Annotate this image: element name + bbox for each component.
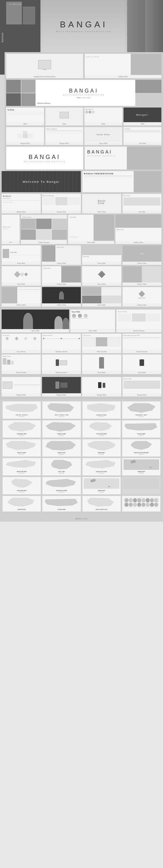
ss1-line-3 <box>7 114 43 115</box>
map-east-coast: EAST COAST USA $XXXXX <box>43 401 81 419</box>
hero-right-image <box>127 0 163 52</box>
era-1-label: Extra Slide <box>10 251 40 253</box>
right-img-bottom <box>135 93 161 106</box>
extra-1-thumb: Extra Slide <box>68 215 114 241</box>
era-2-img <box>42 245 56 261</box>
tl-thumb: Timeline Section <box>42 334 81 350</box>
dev-4-thumb <box>123 354 162 371</box>
dg-8 <box>154 498 158 502</box>
ss2-bottom: Slide <box>45 122 83 125</box>
team-members <box>72 314 114 319</box>
what-we-do-row: What we do ? what we do ? Slide Gallery … <box>2 215 161 244</box>
pr-4-label-b: Gallery Slide <box>123 303 162 307</box>
japan-stat-2: $XXXXX <box>84 491 119 493</box>
welcome-text: Welcome To Bangai <box>23 180 60 183</box>
ss1-bottom: Slide <box>6 122 44 125</box>
diamond-2 <box>20 272 24 277</box>
tm-2 <box>78 314 82 319</box>
mr1-s3: AboutSlide About Slide <box>82 194 121 213</box>
tm-2-name <box>78 318 82 319</box>
ss8-l1 <box>125 130 160 131</box>
map-germany-2: GERMANY MAP $XXXXX <box>3 420 41 438</box>
russia-stat: $XXXXX <box>124 435 159 436</box>
as-thumb: General Easy Creative Slide <box>123 334 162 350</box>
mexico-shape <box>4 440 39 451</box>
map-section-container: UNITED STATES $XXXXX EAST COAST USA $XXX… <box>0 400 163 515</box>
japan-stat: $XXXXX <box>124 472 159 474</box>
ss5-items <box>17 133 33 138</box>
ss8-l2 <box>125 132 160 132</box>
mr1-s2-thumb: Welcome Manager <box>42 194 81 210</box>
si-1 <box>118 313 131 321</box>
dg-14 <box>146 503 150 507</box>
map-russia: RUSSIA MAP $XXXXX <box>122 420 160 438</box>
ss2-thumb <box>45 107 83 122</box>
pr-3-br <box>102 296 121 304</box>
mr1-s2-label: Bangai Slide <box>42 210 81 213</box>
ss5-thumb: Bangai <box>6 127 44 142</box>
dev-1-item1 <box>3 358 6 365</box>
africa-name: AFRICA MAP <box>4 508 39 510</box>
map-row-5: THAILAND MAP $XXXXX VENEZUELA MAP $XXXXX… <box>3 477 160 494</box>
os-icon-4 <box>33 337 37 340</box>
dev-1: Annual Trophy Annual Trophy <box>2 354 41 374</box>
pr-3-tr <box>102 287 121 295</box>
os-thumb: Our Service <box>2 334 41 350</box>
japan2-island-2 <box>108 486 110 487</box>
pr-2-label: Gallery Slide <box>42 303 81 307</box>
pr-1-l2 <box>18 291 40 291</box>
gg-2 <box>36 219 51 229</box>
map-venezuela: VENEZUELA MAP $XXXXX <box>82 458 120 475</box>
east-coast-name-2: EAST COAST USA <box>84 508 119 510</box>
dr-1-thumb <box>2 266 41 282</box>
gallery-2-text: Gallery Slide <box>115 228 161 231</box>
mr1-s4-work: About Work <box>124 195 161 196</box>
pr-3: Extra Slide <box>82 287 121 307</box>
as-l2 <box>124 339 161 339</box>
team-dark-label: Team Slide <box>2 329 69 332</box>
mr1-s3-thumb: AboutSlide <box>82 194 121 210</box>
pres-text: BANGAI PRESENTATION <box>82 171 134 192</box>
gg-5 <box>36 229 51 240</box>
welcome-pres-flex: Welcome To Bangai BANGAI PRESENTATION <box>2 171 161 192</box>
tl-l2 <box>62 339 79 339</box>
gallery-2-bottom: Gallery Slide <box>115 241 161 244</box>
pr-4-label: Gallery Slide <box>138 297 146 299</box>
mr1-s1-line <box>3 200 39 201</box>
welcome-dark-slide: Welcome To Bangai <box>2 171 81 192</box>
map-germany-1: GERMANY MAP $XXXXX <box>122 401 160 419</box>
nav-line <box>77 97 81 98</box>
as-label-b: Service Section <box>123 350 162 353</box>
dg-16 <box>154 503 158 507</box>
era-1-l1 <box>10 254 40 254</box>
big-bangai-1: BANGAI MULTIPURPOSE PRESENTATION <box>6 147 83 169</box>
dev-2-label: Mockup Section <box>42 371 81 374</box>
team-section: Team Slide Team Slide <box>0 310 163 377</box>
ss5-item-2 <box>23 133 28 138</box>
bangai-main-sub: MULTIPURPOSE PRESENTATION <box>63 94 105 96</box>
mini-monitor <box>60 112 69 118</box>
phone-dark-1 <box>55 381 59 389</box>
arch-img-2 <box>145 0 163 52</box>
grid-img-3 <box>6 93 21 106</box>
dev-2-thumb <box>42 354 81 371</box>
dg-2 <box>129 498 133 502</box>
wwd-left-label: Slide <box>2 241 20 244</box>
tm-3-name <box>83 318 88 319</box>
map-uk: UNITED KINGDOM MAP $XXXXX <box>122 439 160 457</box>
pres-title: BANGAI PRESENTATION <box>84 173 132 175</box>
dg-15 <box>150 503 154 507</box>
extra-1-bottom: Extra Slide <box>68 241 114 244</box>
map-italy: ITALY MAP $XXXXX <box>43 458 81 475</box>
ss6-thumb: Welcome Manage <box>45 127 83 142</box>
si-3 <box>146 313 160 321</box>
gallery-2-img <box>115 215 161 228</box>
map-mexico: MEXICO MAP $XXXXX <box>3 439 41 457</box>
map-japan: JAPAN MAP $XXXXX <box>122 458 160 475</box>
extra-row-a: Extra Slide Extra Slide Gallery Slide Ga… <box>2 245 161 265</box>
mr1-s1-sub: PRESENTATION <box>3 198 39 199</box>
si-2 <box>132 313 146 321</box>
mr1-s4: About Work City Slide <box>123 194 162 213</box>
pr-1-thumb <box>2 287 41 303</box>
map-brazil: BRAZIL MAP $XXXXX <box>43 439 81 457</box>
